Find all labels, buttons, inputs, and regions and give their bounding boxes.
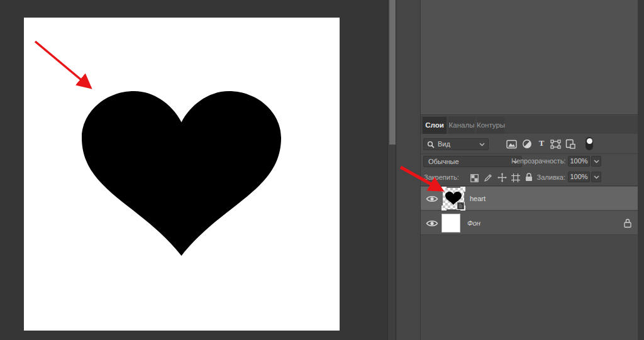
panel-empty-area: [421, 0, 638, 115]
lock-pixels-icon[interactable]: [482, 172, 494, 184]
panel-tab-bar: Слои Каналы Контуры: [421, 116, 638, 134]
lock-label: Закрепить:: [424, 173, 459, 181]
filter-kind-label: Вид: [438, 140, 450, 148]
tab-channels[interactable]: Каналы: [448, 117, 475, 134]
selection-corner: [441, 187, 447, 192]
blend-mode-dropdown[interactable]: Обычные: [423, 156, 522, 167]
layers-panel: Слои Каналы Контуры Вид: [420, 0, 638, 340]
pixel-layers-icon[interactable]: [506, 138, 517, 150]
heart-shape: [82, 91, 281, 256]
type-layers-icon[interactable]: T: [536, 138, 547, 149]
selection-corner: [441, 206, 447, 211]
layer-filter-toggle[interactable]: [586, 137, 593, 150]
layer-thumbnail-heart[interactable]: [443, 188, 464, 209]
toggle-knob: [587, 138, 592, 144]
layer-name-background[interactable]: Фон: [467, 219, 480, 227]
document-canvas[interactable]: [24, 18, 340, 331]
panel-dock-gutter: [396, 0, 420, 340]
workspace-area: [0, 0, 387, 340]
selection-corner: [460, 187, 465, 192]
lock-position-icon[interactable]: [496, 172, 508, 183]
layers-empty-area: [421, 235, 638, 340]
blend-mode-row: Обычные Непрозрачность: 100%: [421, 155, 638, 169]
smart-object-badge-icon: [457, 202, 465, 210]
layer-row-heart[interactable]: heart: [421, 187, 638, 211]
scrollbar-thumb[interactable]: [389, 0, 396, 145]
tab-paths[interactable]: Контуры: [477, 117, 504, 134]
visibility-eye-icon[interactable]: [426, 219, 438, 228]
opacity-value[interactable]: 100%: [568, 156, 590, 167]
fill-dropdown-chevron[interactable]: [591, 172, 601, 182]
chevron-down-icon: [479, 143, 485, 146]
fill-label: Заливка:: [511, 173, 565, 181]
fill-value[interactable]: 100%: [568, 172, 590, 182]
lock-transparency-icon[interactable]: [469, 172, 480, 184]
layer-thumbnail-background[interactable]: [441, 214, 460, 233]
lock-row: Закрепить:: [421, 169, 638, 186]
tab-layers[interactable]: Слои: [423, 117, 447, 134]
vertical-scrollbar[interactable]: [387, 0, 396, 340]
adjustment-layers-icon[interactable]: [521, 138, 533, 150]
smart-objects-icon[interactable]: [565, 138, 576, 150]
window-right-edge: [638, 0, 644, 340]
layer-lock-icon[interactable]: [623, 218, 632, 228]
visibility-eye-icon[interactable]: [426, 195, 438, 203]
filter-kind-dropdown[interactable]: Вид: [423, 138, 489, 150]
shape-layers-icon[interactable]: [550, 138, 561, 150]
opacity-dropdown-chevron[interactable]: [591, 156, 601, 167]
opacity-label: Непрозрачность:: [511, 157, 565, 165]
layer-row-background[interactable]: Фон: [421, 211, 638, 235]
blend-mode-value: Обычные: [428, 158, 459, 165]
layer-name-heart[interactable]: heart: [470, 195, 486, 202]
search-icon: [427, 141, 435, 148]
layer-filter-row: Вид T: [421, 134, 638, 154]
photoshop-window: Слои Каналы Контуры Вид: [0, 0, 644, 340]
